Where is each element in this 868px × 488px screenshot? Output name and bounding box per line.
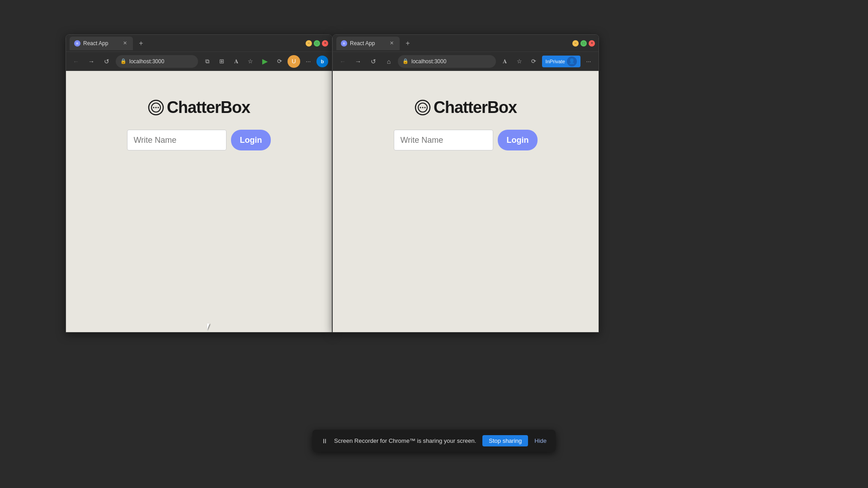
- lock-icon-left: 🔒: [120, 58, 127, 64]
- lock-icon-right: 🔒: [402, 58, 409, 64]
- media-icon[interactable]: ▶: [259, 55, 271, 68]
- login-form-left: Login: [127, 130, 271, 150]
- forward-btn-left[interactable]: →: [85, 55, 98, 68]
- profile-icon-right: 👤: [567, 56, 577, 66]
- tab-icon-right: R: [341, 40, 347, 47]
- window-controls-right: − □ ✕: [572, 40, 595, 47]
- fav2-icon[interactable]: ☆: [513, 55, 526, 68]
- browser-window-left: R React App ✕ + − □ ✕ ← → ↺ 🔒 localhost:…: [66, 34, 332, 333]
- screen: R React App ✕ + − □ ✕ ← → ↺ 🔒 localhost:…: [0, 0, 868, 488]
- svg-point-11: [420, 107, 421, 108]
- bing-icon[interactable]: b: [316, 56, 328, 67]
- title-bar-right: R React App ✕ + − □ ✕: [333, 35, 599, 52]
- tab-icon-left: R: [74, 40, 80, 47]
- nav-bar-right: ← → ↺ ⌂ 🔒 localhost:3000 𝐀 ☆ ⟳ InPrivate…: [333, 52, 599, 71]
- svg-point-6: [157, 107, 159, 108]
- tab-close-left[interactable]: ✕: [121, 40, 128, 47]
- stop-sharing-button[interactable]: Stop sharing: [482, 435, 528, 446]
- maximize-btn-right[interactable]: □: [580, 40, 587, 47]
- screen-share-notification: ⏸ Screen Recorder for Chrome™ is sharing…: [312, 430, 556, 452]
- tab-left[interactable]: R React App ✕: [70, 37, 133, 50]
- close-btn-right[interactable]: ✕: [589, 40, 595, 47]
- nav-tools-right: 𝐀 ☆ ⟳ InPrivate 👤 ···: [499, 55, 595, 68]
- browser-window-right: R React App ✕ + − □ ✕ ← → ↺ ⌂ 🔒 localhos…: [332, 34, 599, 333]
- read2-icon[interactable]: 𝐀: [499, 55, 511, 68]
- back-btn-left[interactable]: ←: [70, 55, 82, 68]
- new-tab-btn-right[interactable]: +: [401, 37, 414, 50]
- login-button-right[interactable]: Login: [498, 130, 538, 150]
- svg-point-13: [424, 107, 425, 108]
- pause-icon: ⏸: [321, 437, 328, 445]
- address-bar-left[interactable]: 🔒 localhost:3000: [116, 55, 198, 68]
- app-content-left: ChatterBox Login: [66, 71, 332, 332]
- inprivate-label: InPrivate: [546, 59, 565, 64]
- forward-btn-right[interactable]: →: [352, 55, 364, 68]
- svg-point-4: [153, 107, 154, 108]
- svg-text:R: R: [343, 42, 345, 45]
- close-btn-left[interactable]: ✕: [322, 40, 328, 47]
- svg-point-5: [155, 107, 156, 108]
- tab-label-right: React App: [350, 40, 375, 47]
- tab-label-left: React App: [83, 40, 108, 47]
- read-icon[interactable]: 𝐀: [230, 55, 242, 68]
- back-btn-right[interactable]: ←: [336, 55, 349, 68]
- more-btn-left[interactable]: ···: [302, 55, 315, 68]
- url-left: localhost:3000: [129, 58, 164, 65]
- maximize-btn-left[interactable]: □: [314, 40, 320, 47]
- refresh-btn-right[interactable]: ↺: [367, 55, 380, 68]
- name-input-left[interactable]: [127, 130, 226, 150]
- minimize-btn-right[interactable]: −: [572, 40, 579, 47]
- login-form-right: Login: [394, 130, 538, 150]
- url-right: localhost:3000: [411, 58, 446, 65]
- address-bar-right[interactable]: 🔒 localhost:3000: [398, 55, 496, 68]
- window-controls-left: − □ ✕: [306, 40, 328, 47]
- tab-close-right[interactable]: ✕: [388, 40, 395, 47]
- app-title-right: ChatterBox: [415, 98, 517, 117]
- chatterbox-logo-right: [415, 99, 431, 116]
- title-bar-left: R React App ✕ + − □ ✕: [66, 35, 332, 52]
- more-btn-right[interactable]: ···: [582, 55, 595, 68]
- fav-icon[interactable]: ☆: [244, 55, 257, 68]
- refresh-btn-left[interactable]: ↺: [100, 55, 113, 68]
- chatterbox-logo-left: [148, 99, 164, 116]
- app-content-right: ChatterBox Login: [333, 71, 599, 332]
- new-tab-btn-left[interactable]: +: [135, 37, 147, 50]
- svg-text:R: R: [76, 42, 78, 45]
- minimize-btn-left[interactable]: −: [306, 40, 312, 47]
- share-message: Screen Recorder for Chrome™ is sharing y…: [334, 437, 476, 444]
- home-btn-right[interactable]: ⌂: [382, 55, 395, 68]
- tab-right[interactable]: R React App ✕: [336, 37, 400, 50]
- split-icon[interactable]: ⧉: [201, 55, 213, 68]
- inprivate-badge[interactable]: InPrivate 👤: [542, 56, 580, 67]
- name-input-right[interactable]: [394, 130, 493, 150]
- login-button-left[interactable]: Login: [231, 130, 271, 150]
- hide-button[interactable]: Hide: [534, 437, 547, 444]
- app-title-left: ChatterBox: [148, 98, 250, 117]
- profile-icon[interactable]: U: [288, 55, 300, 68]
- nav-bar-left: ← → ↺ 🔒 localhost:3000 ⧉ ⊞ 𝐀 ☆ ▶ ⟳ U ···…: [66, 52, 332, 71]
- refresh2-icon[interactable]: ⟳: [273, 55, 286, 68]
- apps-icon[interactable]: ⊞: [215, 55, 228, 68]
- nav-tools-left: ⧉ ⊞ 𝐀 ☆ ▶ ⟳ U ··· b: [201, 55, 328, 68]
- svg-point-12: [422, 107, 423, 108]
- sync-icon[interactable]: ⟳: [528, 55, 540, 68]
